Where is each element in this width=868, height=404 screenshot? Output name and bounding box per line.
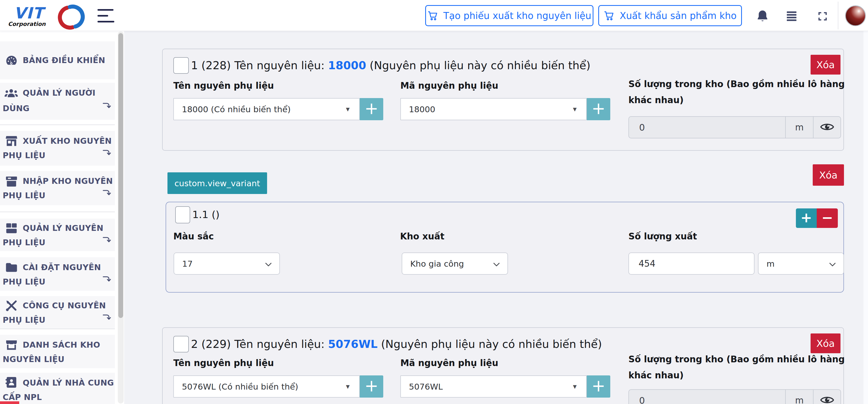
create-export-slip-button[interactable]: Tạo phiếu xuất kho nguyên liệu — [425, 5, 593, 26]
variant-card-1-1 — [165, 202, 844, 293]
sidebar-item-label2: PHỤ LIỆU — [3, 312, 45, 328]
app-root: VIT Corporation Tạo phiếu xuất kho nguyê… — [0, 0, 868, 404]
eye-icon — [820, 395, 834, 404]
material-1-code-label: Mã nguyên phụ liệu — [400, 80, 498, 92]
user-avatar[interactable] — [845, 5, 866, 26]
bottom-red-indicator — [0, 401, 19, 404]
cart-icon — [603, 10, 615, 21]
header-divider — [838, 2, 838, 29]
folder-icon — [4, 261, 19, 276]
sidebar-item-dashboard[interactable]: BẢNG ĐIỀU KHIỂN — [0, 41, 115, 79]
material-1-name-select[interactable]: 18000 (Có nhiều biến thể) ▼ — [173, 98, 360, 120]
list-menu-icon[interactable] — [785, 10, 798, 23]
variant-remove-row-button[interactable]: − — [817, 208, 838, 228]
material-1-name-label: Tên nguyên phụ liệu — [173, 80, 274, 92]
material-2-stock-group: 0 m — [628, 389, 841, 404]
fullscreen-icon[interactable] — [817, 11, 828, 22]
material-2-code-select[interactable]: 5076WL ▼ — [400, 375, 587, 398]
material-1-delete-button[interactable]: Xóa — [811, 55, 840, 75]
material-2-note: (Nguyên phụ liệu này có nhiều biến thể) — [381, 338, 602, 351]
export-products-button[interactable]: Xuất khẩu sản phẩm kho — [598, 5, 742, 26]
caret-down-icon: ▼ — [346, 384, 350, 389]
material-1-view-stock-button[interactable] — [813, 117, 840, 138]
material-2-checkbox[interactable] — [173, 336, 189, 352]
material-1-title: 1 (228) Tên nguyên liệu: 18000 (Nguyên p… — [191, 57, 590, 74]
material-1-note: (Nguyên phụ liệu này có nhiều biến thể) — [370, 59, 590, 72]
sidebar-item-label: QUẢN LÝ NGUYÊN — [23, 220, 103, 236]
material-2-add-code-button[interactable]: + — [587, 375, 610, 398]
variant-warehouse-select[interactable]: Kho gia công — [402, 253, 508, 275]
material-1-name-select-value: 18000 (Có nhiều biến thể) — [182, 105, 290, 114]
sidebar-item-export-warehouse[interactable]: XUẤT KHO NGUYÊN PHỤ LIỆU — [0, 131, 115, 166]
submenu-arrow-icon — [102, 235, 112, 245]
company-logo[interactable]: VIT Corporation — [6, 3, 94, 29]
material-1-add-name-button[interactable]: + — [360, 98, 383, 120]
right-edge-strip — [864, 31, 868, 404]
material-2-delete-button[interactable]: Xóa — [811, 334, 840, 353]
material-1-code[interactable]: 18000 — [328, 59, 366, 72]
shop-icon — [4, 134, 19, 149]
chevron-down-icon — [265, 262, 272, 268]
material-2-stock-label-line1: Số lượng trong kho (Bao gồm nhiều lô hàn… — [628, 353, 845, 366]
cart-icon — [427, 10, 438, 21]
material-2-title-prefix: 2 (229) Tên nguyên liệu: — [191, 338, 324, 351]
sidebar-item-material-tools[interactable]: CÔNG CỤ NGUYÊN PHỤ LIỆU — [0, 296, 115, 329]
variant-checkbox[interactable] — [175, 206, 190, 223]
sidebar-item-label2: DÙNG — [3, 100, 30, 116]
sidebar-scrollbar-thumb[interactable] — [118, 33, 123, 318]
material-2-add-name-button[interactable]: + — [360, 375, 383, 398]
sidebar-scrollbar-track[interactable] — [118, 31, 124, 403]
sidebar-separator — [0, 124, 115, 125]
view-variant-button[interactable]: custom.view_variant — [167, 172, 267, 194]
material-1-code-select[interactable]: 18000 ▼ — [400, 98, 587, 120]
create-export-slip-label: Tạo phiếu xuất kho nguyên liệu — [443, 10, 591, 21]
material-1-stock-label-line2: khác nhau) — [628, 94, 684, 106]
caret-down-icon: ▼ — [346, 106, 350, 112]
logo-title: VIT — [14, 5, 44, 21]
chevron-down-icon — [493, 262, 500, 268]
variant-title: 1.1 () — [192, 206, 220, 223]
boxes-icon — [4, 221, 19, 236]
variant-add-row-button[interactable]: + — [796, 208, 817, 228]
material-2-code[interactable]: 5076WL — [328, 338, 377, 351]
variant-warehouse-label: Kho xuất — [400, 230, 444, 242]
sidebar-item-label: QUẢN LÝ NHÀ CUNG — [23, 375, 114, 391]
sidebar-item-supplier-management[interactable]: QUẢN LÝ NHÀ CUNG CẤP NPL — [0, 373, 115, 404]
material-2-name-select[interactable]: 5076WL (Có nhiều biến thể) ▼ — [173, 375, 360, 398]
variant-unit-select-value: m — [767, 259, 775, 268]
sidebar-item-label2: PHỤ LIỆU — [3, 187, 45, 204]
submenu-arrow-icon — [102, 100, 112, 111]
variant-unit-select[interactable]: m — [758, 253, 844, 275]
gauge-icon — [4, 53, 19, 68]
material-1-title-prefix: 1 (228) Tên nguyên liệu: — [191, 59, 324, 72]
material-1-stock-unit: m — [786, 117, 813, 138]
logo-subtitle: Corporation — [8, 21, 46, 27]
sidebar-item-warehouse-list[interactable]: DANH SÁCH KHO NGUYÊN LIỆU — [0, 335, 115, 368]
material-2-name-select-value: 5076WL (Có nhiều biến thể) — [182, 382, 298, 392]
variant-color-select[interactable]: 17 — [174, 253, 280, 275]
hamburger-menu-icon[interactable] — [97, 8, 116, 24]
notifications-bell-icon[interactable] — [755, 9, 770, 23]
sidebar-separator — [0, 329, 115, 329]
material-1-checkbox[interactable] — [173, 57, 189, 74]
material-1-stock-group: 0 m — [628, 116, 841, 138]
sidebar-item-user-management[interactable]: QUẢN LÝ NGƯỜI DÙNG — [0, 83, 115, 120]
sidebar-item-material-settings[interactable]: CÀI ĐẶT NGUYÊN PHỤ LIỆU — [0, 257, 115, 291]
sidebar-item-import-warehouse[interactable]: NHẬP KHO NGUYÊN PHỤ LIỆU — [0, 171, 115, 205]
material-2-stock-value: 0 — [629, 390, 785, 404]
variant-qty-input[interactable] — [628, 253, 754, 275]
sidebar-item-label2: NGUYÊN LIỆU — [3, 351, 64, 367]
sidebar-item-label: DANH SÁCH KHO — [23, 337, 100, 353]
sidebar-item-label: NHẬP KHO NGUYÊN — [23, 173, 113, 189]
sidebar-item-label2: PHỤ LIỆU — [3, 235, 45, 251]
material-2-stock-label-line2: khác nhau) — [628, 369, 684, 381]
material-2-code-select-value: 5076WL — [409, 382, 443, 392]
material-2-view-stock-button[interactable] — [813, 390, 840, 404]
material-1-add-code-button[interactable]: + — [587, 98, 610, 120]
users-icon — [4, 87, 19, 102]
eye-icon — [820, 122, 834, 133]
sidebar-item-material-management[interactable]: QUẢN LÝ NGUYÊN PHỤ LIỆU — [0, 219, 115, 251]
submenu-arrow-icon — [102, 187, 112, 198]
variant-color-select-value: 17 — [182, 259, 192, 268]
variant-delete-button[interactable]: Xóa — [813, 164, 844, 186]
